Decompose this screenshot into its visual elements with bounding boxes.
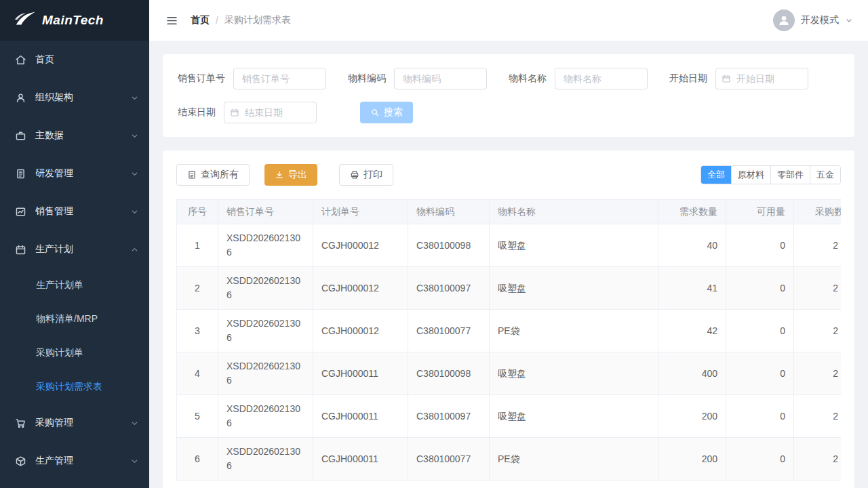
logo-text: MainTech (42, 13, 104, 28)
table-row: 5 XSDD2026021306 CGJH000011 C380100097 吸… (177, 395, 842, 438)
tab-raw-materials[interactable]: 原材料 (731, 166, 770, 184)
package-icon (14, 455, 26, 467)
sidebar-item-sales[interactable]: 销售管理 (0, 192, 149, 230)
end-date-input[interactable] (224, 102, 317, 123)
chart-icon (14, 205, 26, 218)
cell-material-code: C380100077 (408, 310, 490, 352)
export-label: 导出 (288, 169, 307, 181)
cell-plan-no: CGJH000012 (313, 310, 408, 352)
cell-purchase-qty: 2 (794, 438, 842, 481)
cell-purchase-qty: 2 (794, 395, 842, 438)
chevron-down-icon (131, 208, 138, 216)
tab-parts[interactable]: 零部件 (770, 166, 810, 184)
cell-purchase-qty: 2 (794, 352, 842, 395)
filter-panel: 销售订单号 物料编码 物料名称 开始日期 (163, 54, 854, 137)
table-row: 4 XSDD2026021306 CGJH000011 C380100098 吸… (177, 352, 842, 395)
cell-purchase-qty: 2 (794, 224, 842, 267)
material-code-input[interactable] (394, 68, 487, 89)
sidebar-item-label: 销售管理 (35, 205, 122, 218)
sidebar-item-purchasing[interactable]: 采购管理 (0, 404, 149, 442)
cell-material-name: 吸塑盘 (490, 224, 658, 267)
table-header-row: 序号 销售订单号 计划单号 物料编码 物料名称 需求数量 可用量 采购数量 (177, 200, 842, 224)
sidebar-subitem-bom-mrp[interactable]: 物料清单/MRP (0, 302, 149, 336)
sidebar-item-organization[interactable]: 组织架构 (0, 79, 149, 117)
app-root: MainTech 首页 组织架构 主数据 (0, 0, 868, 488)
export-button[interactable]: 导出 (264, 164, 317, 186)
breadcrumb-current: 采购计划需求表 (224, 14, 291, 26)
sidebar-subitem-purchase-plan-order[interactable]: 采购计划单 (0, 336, 149, 370)
cell-sales-order: XSDD2026021306 (218, 395, 313, 438)
cell-demand-qty: 200 (658, 395, 726, 438)
submenu-item-label: 采购计划需求表 (36, 381, 102, 393)
breadcrumb: 首页 / 采购计划需求表 (191, 14, 291, 26)
table-panel: 查询所有 导出 打印 (163, 150, 854, 488)
sidebar-subitem-purchase-plan-demand[interactable]: 采购计划需求表 (0, 370, 149, 404)
cell-demand-qty: 200 (658, 438, 726, 481)
chevron-down-icon (131, 420, 138, 427)
col-header-available-qty: 可用量 (726, 200, 794, 224)
cell-material-name: 吸塑盘 (490, 352, 658, 395)
col-header-purchase-qty: 采购数量 (794, 200, 842, 224)
sidebar: MainTech 首页 组织架构 主数据 (0, 0, 149, 488)
material-code-label: 物料编码 (348, 73, 386, 85)
cell-index: 3 (177, 310, 218, 352)
cell-material-code: C380100098 (408, 352, 490, 395)
field-material-name: 物料名称 (509, 68, 648, 89)
cell-plan-no: CGJH000012 (313, 267, 408, 310)
user-menu[interactable]: 开发模式 (773, 9, 853, 31)
tab-hardware[interactable]: 五金 (810, 166, 840, 184)
field-end-date: 结束日期 (178, 102, 317, 123)
sidebar-subitem-production-plan-order[interactable]: 生产计划单 (0, 268, 149, 302)
printer-icon (350, 170, 359, 180)
start-date-label: 开始日期 (669, 73, 707, 85)
download-icon (275, 170, 284, 180)
user-mode-label: 开发模式 (801, 14, 839, 26)
submenu-item-label: 物料清单/MRP (36, 313, 98, 325)
search-button-label: 搜索 (384, 106, 403, 119)
sidebar-item-label: 采购管理 (35, 417, 122, 429)
sidebar-item-label: 生产管理 (35, 455, 122, 467)
cell-material-code: C380100098 (408, 224, 490, 267)
user-icon (14, 92, 26, 104)
col-header-demand-qty: 需求数量 (658, 200, 726, 224)
sidebar-nav: 首页 组织架构 主数据 研发管理 (0, 41, 149, 480)
field-start-date: 开始日期 (669, 68, 808, 89)
sidebar-item-rnd[interactable]: 研发管理 (0, 155, 149, 192)
chevron-down-icon (131, 170, 138, 178)
main-area: 首页 / 采购计划需求表 开发模式 销售订单号 (149, 0, 868, 488)
list-icon (187, 170, 197, 180)
sidebar-item-label: 组织架构 (35, 92, 122, 104)
sidebar-item-home[interactable]: 首页 (0, 41, 149, 79)
breadcrumb-home[interactable]: 首页 (191, 14, 210, 26)
query-all-button[interactable]: 查询所有 (176, 164, 250, 186)
calendar-icon (14, 243, 26, 256)
table-row: 3 XSDD2026021306 CGJH000012 C380100077 P… (177, 310, 842, 352)
sales-order-input[interactable] (233, 68, 326, 89)
sidebar-item-production-plan[interactable]: 生产计划 (0, 230, 149, 268)
table-row: 1 XSDD2026021306 CGJH000012 C380100098 吸… (177, 224, 842, 267)
chevron-down-icon (131, 458, 138, 465)
print-label: 打印 (363, 169, 382, 181)
field-material-code: 物料编码 (348, 68, 487, 89)
field-sales-order: 销售订单号 (178, 68, 326, 89)
cell-material-code: C380100097 (408, 395, 490, 438)
col-header-sales-order: 销售订单号 (218, 200, 313, 224)
col-header-plan-no: 计划单号 (313, 200, 408, 224)
search-icon (370, 108, 380, 117)
tab-all[interactable]: 全部 (701, 166, 731, 184)
hamburger-menu-icon[interactable] (165, 14, 178, 27)
cell-available-qty: 0 (726, 395, 794, 438)
material-name-input[interactable] (555, 68, 648, 89)
print-button[interactable]: 打印 (339, 164, 393, 186)
cell-available-qty: 0 (726, 438, 794, 481)
start-date-input[interactable] (715, 68, 808, 89)
sidebar-item-production-mgmt[interactable]: 生产管理 (0, 442, 149, 480)
cell-purchase-qty: 2 (794, 310, 842, 352)
search-button[interactable]: 搜索 (360, 102, 413, 123)
cell-sales-order: XSDD2026021306 (218, 224, 313, 267)
cell-demand-qty: 41 (658, 267, 726, 310)
cell-index: 1 (177, 224, 218, 267)
cell-material-name: 吸塑盘 (490, 267, 658, 310)
sidebar-item-master-data[interactable]: 主数据 (0, 117, 149, 155)
cell-material-name: PE袋 (490, 438, 658, 481)
